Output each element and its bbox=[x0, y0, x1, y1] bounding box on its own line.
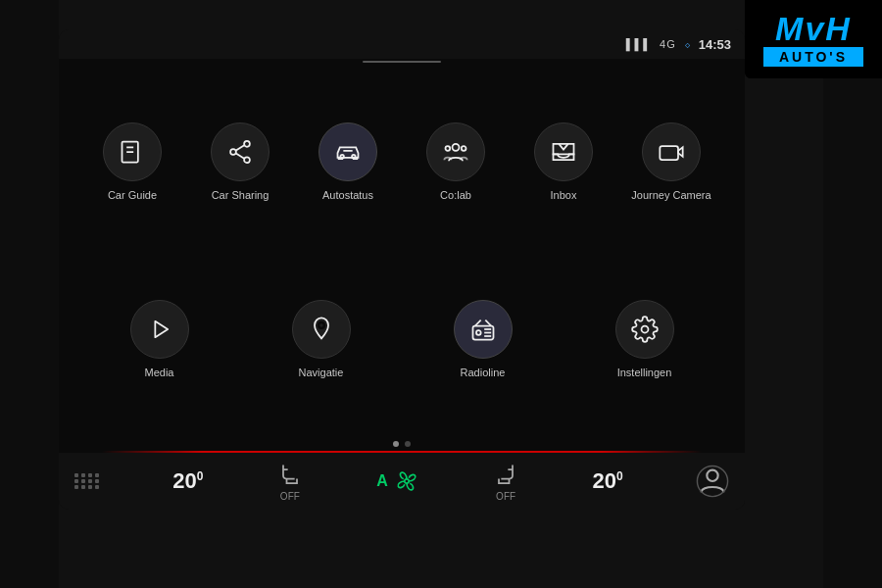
left-edge bbox=[0, 0, 59, 588]
svg-point-4 bbox=[230, 149, 236, 155]
settings-icon bbox=[631, 316, 659, 343]
network-badge: 4G bbox=[660, 38, 676, 50]
radioline-label: Radioline bbox=[461, 367, 506, 378]
mvh-logo: MvH AUTO'S bbox=[745, 0, 882, 78]
svg-point-19 bbox=[476, 330, 481, 335]
journey-camera-icon-circle bbox=[642, 122, 701, 181]
car-guide-icon-circle bbox=[103, 122, 162, 181]
signal-icon: ▌▌▌ bbox=[626, 38, 652, 50]
apps-row-2: Media Navigatie bbox=[78, 300, 725, 378]
location-icon bbox=[308, 316, 335, 343]
svg-line-7 bbox=[236, 153, 244, 158]
app-autostatus[interactable]: Autostatus bbox=[304, 122, 392, 201]
right-temp-display[interactable]: 200 bbox=[592, 468, 622, 494]
app-car-guide[interactable]: Car Guide bbox=[88, 122, 176, 201]
people-icon bbox=[442, 138, 469, 166]
camera-icon bbox=[658, 138, 685, 166]
car-icon bbox=[334, 138, 362, 166]
play-icon bbox=[146, 316, 173, 343]
bluetooth-icon: ⬦ bbox=[684, 37, 691, 51]
book-icon bbox=[119, 138, 146, 166]
svg-point-3 bbox=[244, 140, 250, 146]
svg-rect-14 bbox=[660, 146, 678, 160]
app-car-sharing[interactable]: Car Sharing bbox=[196, 122, 284, 201]
brand-subtitle: AUTO'S bbox=[763, 47, 863, 67]
car-sharing-icon-circle bbox=[211, 122, 270, 181]
app-radioline[interactable]: Radioline bbox=[439, 300, 527, 378]
colab-label: Co:lab bbox=[440, 189, 471, 201]
left-seat-label: OFF bbox=[280, 491, 300, 502]
left-temp-display[interactable]: 200 bbox=[172, 468, 203, 494]
autostatus-icon-circle bbox=[318, 122, 377, 181]
navigatie-icon-circle bbox=[292, 300, 351, 359]
app-instellingen[interactable]: Instellingen bbox=[601, 300, 689, 378]
radio-icon bbox=[469, 316, 497, 343]
svg-point-13 bbox=[462, 146, 466, 151]
apps-row-1: Car Guide Car Sharing bbox=[78, 122, 725, 201]
main-content: Car Guide Car Sharing bbox=[59, 63, 745, 437]
left-seat-icon bbox=[276, 462, 304, 489]
profile-icon bbox=[696, 465, 729, 498]
clock-display: 14:53 bbox=[699, 37, 731, 52]
left-seat-control[interactable]: OFF bbox=[276, 462, 304, 502]
right-temp-value: 200 bbox=[592, 468, 622, 494]
app-inbox[interactable]: Inbox bbox=[519, 122, 608, 201]
inbox-icon-circle bbox=[534, 122, 593, 181]
left-temp-value: 200 bbox=[172, 468, 203, 494]
svg-point-17 bbox=[318, 322, 324, 328]
autostatus-label: Autostatus bbox=[322, 189, 373, 201]
dashboard-screen: ▌▌▌ 4G ⬦ 14:53 Car Guide bbox=[59, 29, 745, 510]
fan-control[interactable]: A bbox=[376, 468, 419, 494]
car-guide-label: Car Guide bbox=[108, 189, 157, 201]
navigatie-label: Navigatie bbox=[299, 367, 344, 378]
svg-marker-16 bbox=[155, 320, 168, 336]
svg-point-5 bbox=[244, 157, 250, 163]
svg-point-23 bbox=[641, 325, 648, 332]
app-colab[interactable]: Co:lab bbox=[412, 122, 500, 201]
dot-2 bbox=[405, 441, 411, 447]
app-media[interactable]: Media bbox=[116, 300, 204, 378]
svg-point-12 bbox=[446, 146, 451, 151]
colab-icon-circle bbox=[426, 122, 485, 181]
app-journey-camera[interactable]: Journey Camera bbox=[627, 122, 715, 201]
svg-point-25 bbox=[707, 470, 717, 481]
instellingen-label: Instellingen bbox=[617, 367, 672, 378]
media-icon-circle bbox=[130, 300, 189, 359]
svg-line-6 bbox=[236, 145, 244, 150]
dot-matrix bbox=[74, 473, 100, 489]
svg-point-24 bbox=[405, 479, 409, 483]
fan-icon bbox=[394, 468, 419, 494]
inbox-icon bbox=[550, 138, 577, 166]
dot-1 bbox=[393, 441, 399, 447]
right-edge bbox=[823, 0, 882, 588]
instellingen-icon-circle bbox=[615, 300, 674, 359]
fan-mode-label: A bbox=[376, 472, 388, 490]
radioline-icon-circle bbox=[454, 300, 513, 359]
inbox-label: Inbox bbox=[551, 189, 577, 201]
journey-camera-label: Journey Camera bbox=[631, 189, 710, 201]
status-bar: ▌▌▌ 4G ⬦ 14:53 bbox=[59, 29, 745, 59]
svg-point-11 bbox=[453, 143, 460, 150]
profile-button[interactable] bbox=[696, 465, 729, 498]
app-navigatie[interactable]: Navigatie bbox=[277, 300, 366, 378]
share-icon bbox=[226, 138, 254, 166]
right-seat-label: OFF bbox=[496, 491, 515, 502]
media-label: Media bbox=[145, 367, 174, 378]
right-seat-icon bbox=[492, 462, 519, 489]
climate-bar: 200 OFF A bbox=[59, 453, 745, 510]
right-seat-control[interactable]: OFF bbox=[492, 462, 519, 502]
car-sharing-label: Car Sharing bbox=[212, 189, 270, 201]
page-dots bbox=[59, 437, 745, 451]
brand-name: MvH bbox=[775, 12, 852, 45]
